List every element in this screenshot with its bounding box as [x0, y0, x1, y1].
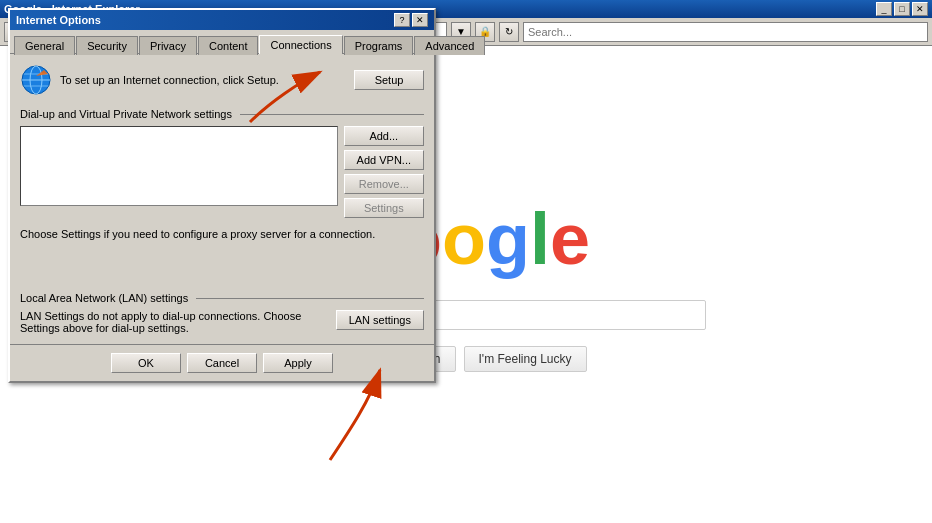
settings-button[interactable]: Settings [344, 198, 424, 218]
logo-o2: o [442, 198, 486, 280]
add-vpn-button[interactable]: Add VPN... [344, 150, 424, 170]
browser-window: Google - Internet Explorer _ □ ✕ ◄ ► ▼ 🔒… [0, 0, 932, 523]
tab-privacy[interactable]: Privacy [139, 36, 197, 55]
dialog-title-text: Internet Options [16, 14, 101, 26]
dialog-close-button[interactable]: ✕ [412, 13, 428, 27]
lan-text: LAN Settings do not apply to dial-up con… [20, 310, 328, 334]
vpn-list[interactable] [20, 126, 338, 206]
feeling-lucky-button[interactable]: I'm Feeling Lucky [464, 346, 587, 372]
add-button[interactable]: Add... [344, 126, 424, 146]
vpn-section: Add... Add VPN... Remove... Settings [20, 126, 424, 218]
ok-button[interactable]: OK [111, 353, 181, 373]
logo-g2: g [486, 198, 530, 280]
logo-l: l [530, 198, 550, 280]
lan-row: LAN Settings do not apply to dial-up con… [20, 310, 424, 334]
globe-icon [20, 64, 52, 96]
tab-content[interactable]: Content [198, 36, 259, 55]
internet-options-dialog: Internet Options ? ✕ General Security Pr… [8, 8, 436, 383]
cancel-button[interactable]: Cancel [187, 353, 257, 373]
dialog-title-bar: Internet Options ? ✕ [10, 10, 434, 30]
tab-general[interactable]: General [14, 36, 75, 55]
tab-programs[interactable]: Programs [344, 36, 414, 55]
setup-row: To set up an Internet connection, click … [20, 64, 424, 96]
remove-button[interactable]: Remove... [344, 174, 424, 194]
lan-section: Local Area Network (LAN) settings LAN Se… [20, 292, 424, 334]
apply-button[interactable]: Apply [263, 353, 333, 373]
title-bar-controls: _ □ ✕ [876, 2, 928, 16]
logo-e: e [550, 198, 590, 280]
maximize-button[interactable]: □ [894, 2, 910, 16]
tab-advanced[interactable]: Advanced [414, 36, 485, 55]
close-button[interactable]: ✕ [912, 2, 928, 16]
dialog-help-button[interactable]: ? [394, 13, 410, 27]
search-input[interactable] [523, 22, 928, 42]
tab-connections[interactable]: Connections [259, 35, 342, 54]
minimize-button[interactable]: _ [876, 2, 892, 16]
tab-security[interactable]: Security [76, 36, 138, 55]
lan-label: Local Area Network (LAN) settings [20, 292, 424, 304]
dialup-label: Dial-up and Virtual Private Network sett… [20, 108, 424, 120]
dialog-controls: ? ✕ [394, 13, 428, 27]
refresh-button[interactable]: ↻ [499, 22, 519, 42]
vpn-buttons: Add... Add VPN... Remove... Settings [344, 126, 424, 218]
tab-bar: General Security Privacy Content Connect… [10, 30, 434, 53]
setup-button[interactable]: Setup [354, 70, 424, 90]
lan-settings-button[interactable]: LAN settings [336, 310, 424, 330]
dialog-footer: OK Cancel Apply [10, 344, 434, 381]
choose-text: Choose Settings if you need to configure… [20, 228, 424, 240]
dialog-body: To set up an Internet connection, click … [10, 53, 434, 344]
setup-text: To set up an Internet connection, click … [60, 74, 346, 86]
